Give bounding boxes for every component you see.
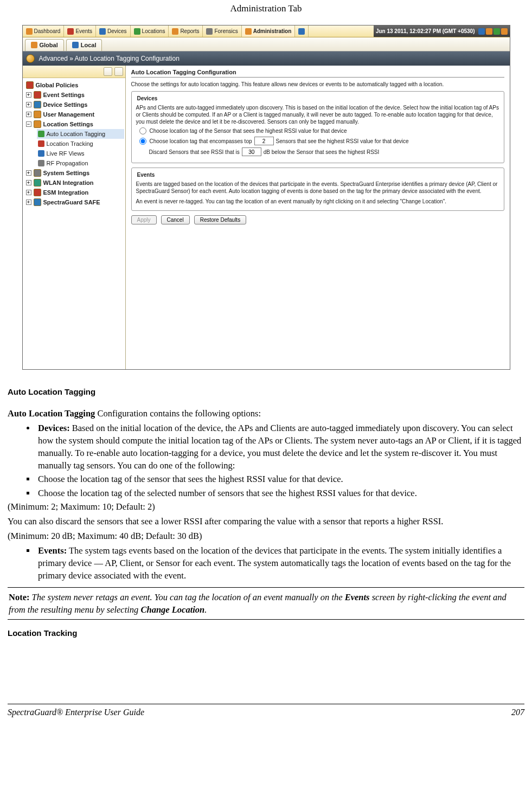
tree-node-device-settings[interactable]: + Device Settings [25,100,124,110]
square-item-2: Choose the location tag of the selected … [36,487,524,499]
target-icon [38,140,44,147]
sidebar-tool-1[interactable] [104,67,112,76]
footer-title: SpectraGuard® Enterprise User Guide [8,706,144,718]
discard-sensors-row: Discard Sensors that see RSSI that is dB… [149,147,499,156]
bullet-events: Events: The system tags events based on … [36,544,524,582]
tab-events[interactable]: Events [64,25,96,37]
tree-label: User Management [43,111,95,118]
tab-label: Forensics [214,28,238,34]
discard-db-spinner[interactable] [242,147,261,156]
fieldset-events: Events Events are tagged based on the lo… [131,168,504,211]
expander-icon[interactable]: + [26,180,31,185]
sidebar-tool-2[interactable] [114,67,123,76]
subtab-local[interactable]: Local [66,39,102,51]
tree-label: Live RF Views [47,150,85,157]
top-sensors-spinner[interactable] [254,137,274,145]
tab-extra[interactable] [295,25,309,37]
admin-icon [245,28,252,35]
button-row: Apply Cancel Restore Defaults [131,215,504,224]
fieldset-devices: Devices APs and Clients are auto-tagged … [131,91,504,163]
tab-devices[interactable]: Devices [96,25,131,37]
radio-1-label: Choose location tag of the Sensor that s… [150,127,347,134]
dashboard-icon [26,28,33,35]
tree-node-esm-integration[interactable]: + ESM Integration [25,188,124,197]
signal-icon [38,160,44,166]
tree-root-label: Global Policies [36,81,79,89]
extra-icon [298,28,305,35]
doc-header: Administration Tab [5,0,527,25]
discard-label-b: dB below the Sensor that sees the highes… [264,149,379,156]
tree-label: RF Propagation [47,159,88,167]
view-icon [38,150,44,157]
note-block: Note: The system never retags an event. … [8,587,524,620]
status-icon-3[interactable] [493,28,500,35]
locations-icon [134,28,140,35]
footer-page-number: 207 [511,706,524,718]
tree-leaf-location-tracking[interactable]: Location Tracking [37,139,124,149]
square-list-2: Events: The system tags events based on … [8,544,524,582]
radio-2-label-a: Choose location tag that encompasses top [150,138,252,145]
sidebar-toolbar [23,66,125,78]
tree-children-location: Auto Location Tagging Location Tracking … [37,129,124,168]
tree-node-wlan-integration[interactable]: + WLAN Integration [25,178,124,188]
note-lead: Note: [9,592,29,602]
tree-node-system-settings[interactable]: + System Settings [25,168,124,178]
tab-locations[interactable]: Locations [131,25,169,37]
expander-icon[interactable]: − [26,121,31,127]
tree-node-location-settings[interactable]: − Location Settings [25,119,124,129]
tree-node-event-settings[interactable]: + Event Settings [25,90,124,100]
tab-label: Devices [107,28,127,34]
radio-2[interactable] [139,138,146,145]
tab-dashboard[interactable]: Dashboard [23,25,65,37]
bullet-devices-lead: Devices: [38,423,70,433]
document-body: Auto Location Tagging Auto Location Tagg… [5,386,527,719]
breadcrumb-icon [26,54,35,63]
tree-leaf-live-rf-views[interactable]: Live RF Views [37,149,124,158]
events-icon [67,28,74,35]
tree-leaf-rf-propagation[interactable]: RF Propagation [37,158,124,168]
tree-node-user-management[interactable]: + User Management [25,110,124,119]
breadcrumb-text: Advanced » Auto Location Tagging Configu… [39,55,180,62]
tree-label: Location Tracking [47,140,93,147]
status-icon-1[interactable] [478,28,485,35]
tree-label: ESM Integration [43,189,89,196]
tab-label: Dashboard [34,28,61,34]
nav-tree: Global Policies + Event Settings + Devic… [23,78,125,209]
tree-leaf-auto-location-tagging[interactable]: Auto Location Tagging [37,129,124,139]
apply-button[interactable]: Apply [131,215,157,224]
app-window: Dashboard Events Devices Locations Repor… [22,25,510,370]
events-text-1: Events are tagged based on the location … [136,181,499,195]
tree-node-spectraguard-safe[interactable]: + SpectraGuard SAFE [25,197,124,207]
main-panel: Auto Location Tagging Configuration Choo… [126,66,510,369]
expander-icon[interactable]: + [26,200,31,205]
expander-icon[interactable]: + [26,170,31,176]
expander-icon[interactable]: + [26,92,31,98]
sub-tabbar: Global Local [23,37,510,52]
subtab-label: Local [81,42,97,48]
radio-option-top-sensors[interactable]: Choose location tag that encompasses top… [139,137,499,145]
discard-paragraph: You can also discard the sensors that se… [8,515,524,528]
square-list: Choose the location tag of the sensor th… [8,473,524,499]
tree-root[interactable]: Global Policies [25,80,124,90]
note-text-3: . [204,605,207,615]
expander-icon[interactable]: + [26,190,31,195]
bullet-events-text: The system tags events based on the loca… [38,545,511,581]
expander-icon[interactable]: + [26,102,31,107]
range-2: (Minimum: 20 dB; Maximum: 40 dB; Default… [8,530,524,542]
tab-administration[interactable]: Administration [242,25,296,37]
tree-label: Device Settings [43,101,88,108]
subtab-global[interactable]: Global [25,39,64,51]
restore-defaults-button[interactable]: Restore Defaults [194,215,246,224]
panel-title: Auto Location Tagging Configuration [131,69,504,78]
radio-option-highest-rssi[interactable]: Choose location tag of the Sensor that s… [139,127,499,134]
bullet-devices-text: Based on the initial location of the dev… [38,423,521,471]
cancel-button[interactable]: Cancel [161,215,190,224]
radio-1[interactable] [139,127,146,134]
status-icon-4[interactable] [501,28,508,35]
tab-reports[interactable]: Reports [169,25,203,37]
status-icon-2[interactable] [486,28,492,35]
range-1: (Minimum: 2; Maximum: 10; Default: 2) [8,500,524,513]
tab-forensics[interactable]: Forensics [203,25,241,37]
folder-icon [34,189,41,196]
expander-icon[interactable]: + [26,112,31,117]
